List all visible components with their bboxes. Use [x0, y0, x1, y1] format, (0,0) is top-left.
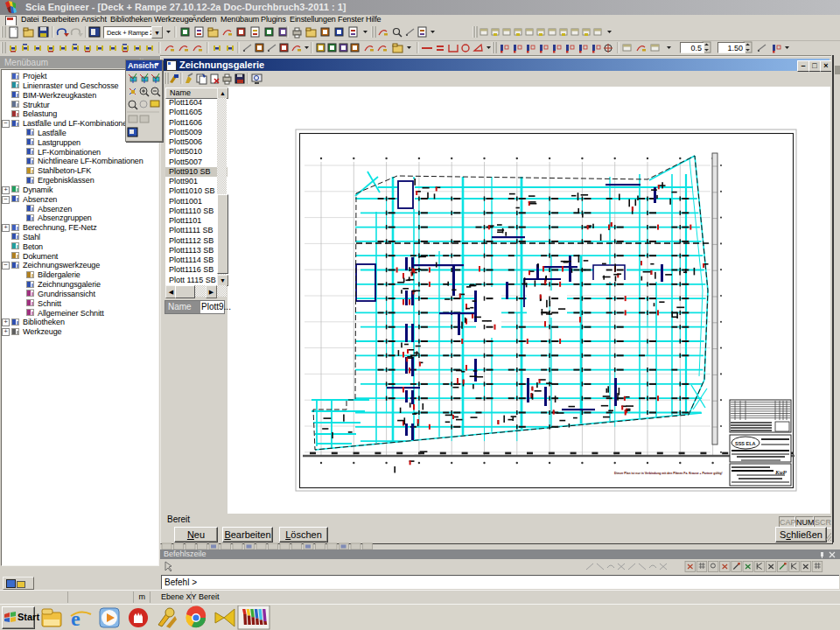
svg-text:e: e	[71, 607, 80, 630]
svg-text:KuP: KuP	[774, 469, 788, 476]
svg-text:Dieser Plan ist nur in Verbind: Dieser Plan ist nur in Verbindung mit de…	[614, 472, 723, 475]
svg-text:SSS ELA: SSS ELA	[735, 441, 756, 446]
